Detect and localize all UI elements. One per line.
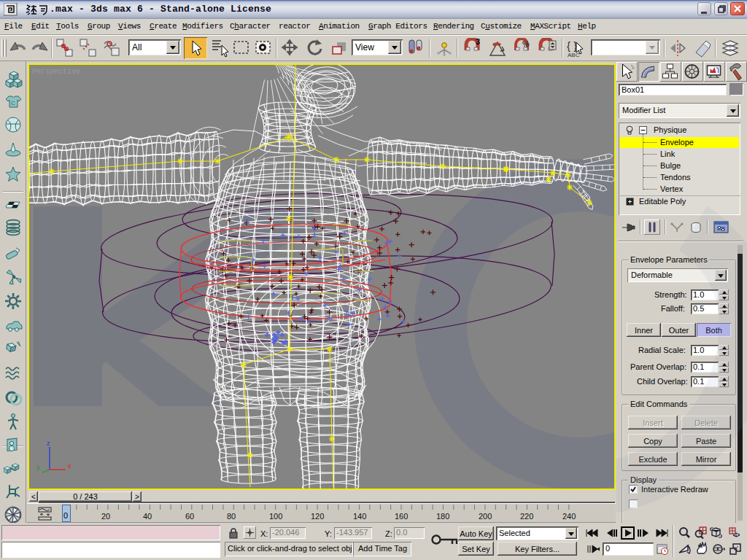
svg-text:ABC: ABC bbox=[568, 52, 580, 58]
svg-text:%: % bbox=[522, 39, 530, 48]
svg-text:y: y bbox=[36, 464, 40, 471]
svg-text:z: z bbox=[47, 440, 50, 447]
svg-text:{ }: { } bbox=[567, 39, 577, 52]
svg-text:Perspective: Perspective bbox=[32, 68, 80, 76]
svg-text:3: 3 bbox=[476, 38, 480, 46]
svg-text:C: C bbox=[11, 100, 15, 106]
svg-text:x: x bbox=[68, 462, 71, 470]
